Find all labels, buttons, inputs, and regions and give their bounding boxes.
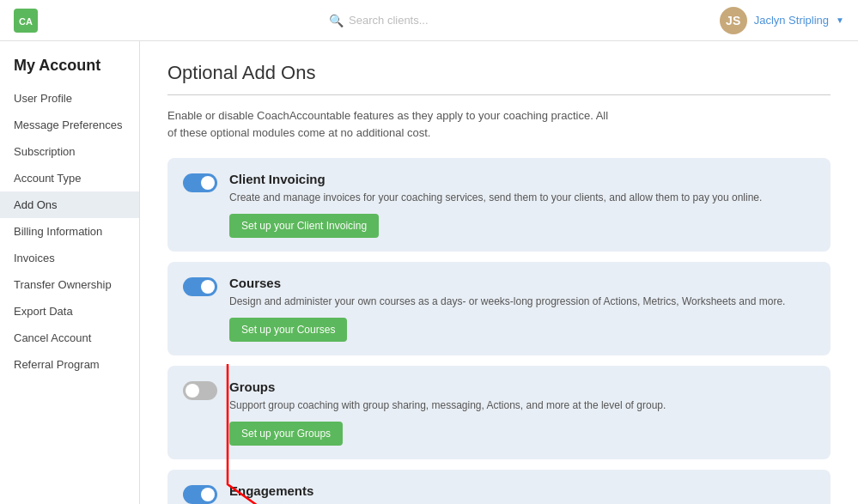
sidebar-item-add-ons[interactable]: Add Ons (0, 191, 139, 218)
sidebar-item-export-data[interactable]: Export Data (0, 298, 139, 325)
toggle-thumb (186, 384, 199, 398)
user-menu[interactable]: JS Jaclyn Stripling ▼ (720, 7, 844, 34)
addon-title-client-invoicing: Client Invoicing (229, 172, 815, 186)
layout: My Account User ProfileMessage Preferenc… (0, 41, 858, 504)
logo-icon: CA (14, 9, 38, 33)
main-content: Optional Add Ons Enable or disable Coach… (140, 41, 858, 504)
sidebar: My Account User ProfileMessage Preferenc… (0, 41, 140, 504)
sidebar-item-message-preferences[interactable]: Message Preferences (0, 112, 139, 138)
addon-body-client-invoicing: Client Invoicing Create and manage invoi… (229, 172, 815, 238)
addon-desc-client-invoicing: Create and manage invoices for your coac… (229, 190, 815, 205)
top-nav: CA 🔍 Search clients... JS Jaclyn Stripli… (0, 0, 858, 41)
sidebar-item-billing-information[interactable]: Billing Information (0, 218, 139, 245)
svg-text:CA: CA (19, 16, 33, 27)
search-icon: 🔍 (329, 14, 344, 27)
description-line2: of these optional modules come at no add… (167, 126, 430, 139)
toggle-thumb (201, 280, 215, 294)
addon-setup-btn-groups[interactable]: Set up your Groups (229, 422, 343, 446)
addon-card-courses: Courses Design and administer your own c… (167, 262, 831, 355)
toggle-track (183, 381, 217, 400)
toggle-engagements[interactable] (183, 485, 217, 504)
addon-desc-groups: Support group coaching with group sharin… (229, 398, 815, 413)
user-name: Jaclyn Stripling (754, 14, 829, 27)
toggle-thumb (201, 176, 215, 190)
avatar: JS (720, 7, 747, 34)
addon-desc-courses: Design and administer your own courses a… (229, 294, 815, 309)
addon-card-groups: Groups Support group coaching with group… (167, 366, 831, 459)
search-area[interactable]: 🔍 Search clients... (329, 14, 429, 27)
addon-setup-btn-client-invoicing[interactable]: Set up your Client Invoicing (229, 214, 379, 238)
addon-body-engagements: Engagements Track and manage coaching en… (229, 483, 815, 504)
toggle-courses[interactable] (183, 277, 217, 296)
addon-list: Client Invoicing Create and manage invoi… (167, 158, 831, 504)
page-description: Enable or disable CoachAccountable featu… (167, 107, 831, 141)
toggle-area-client-invoicing[interactable] (183, 172, 217, 192)
toggle-area-engagements[interactable] (183, 483, 217, 504)
sidebar-nav: User ProfileMessage PreferencesSubscript… (0, 85, 139, 378)
toggle-client-invoicing[interactable] (183, 173, 217, 192)
avatar-initials: JS (726, 14, 740, 27)
sidebar-item-account-type[interactable]: Account Type (0, 165, 139, 191)
addon-card-engagements: Engagements Track and manage coaching en… (167, 470, 831, 504)
sidebar-item-user-profile[interactable]: User Profile (0, 85, 139, 112)
page-title: Optional Add Ons (167, 62, 831, 84)
addon-setup-btn-courses[interactable]: Set up your Courses (229, 318, 347, 342)
logo: CA (14, 9, 38, 33)
description-line1: Enable or disable CoachAccountable featu… (167, 109, 608, 122)
chevron-down-icon: ▼ (836, 15, 844, 25)
sidebar-item-invoices[interactable]: Invoices (0, 245, 139, 271)
sidebar-item-subscription[interactable]: Subscription (0, 138, 139, 165)
addon-title-engagements: Engagements (229, 483, 815, 498)
toggle-track (183, 485, 217, 504)
addon-title-groups: Groups (229, 380, 815, 394)
toggle-track (183, 277, 217, 296)
toggle-area-groups[interactable] (183, 380, 217, 400)
toggle-area-courses[interactable] (183, 276, 217, 296)
page-divider (167, 94, 831, 95)
sidebar-item-transfer-ownership[interactable]: Transfer Ownership (0, 271, 139, 298)
toggle-thumb (201, 488, 215, 501)
sidebar-item-cancel-account[interactable]: Cancel Account (0, 325, 139, 351)
addon-body-courses: Courses Design and administer your own c… (229, 276, 815, 342)
toggle-groups[interactable] (183, 381, 217, 400)
search-placeholder: Search clients... (349, 14, 429, 27)
addon-title-courses: Courses (229, 276, 815, 290)
sidebar-title: My Account (0, 41, 139, 85)
sidebar-item-referral-program[interactable]: Referral Program (0, 351, 139, 378)
toggle-track (183, 173, 217, 192)
addon-body-groups: Groups Support group coaching with group… (229, 380, 815, 446)
addon-card-client-invoicing: Client Invoicing Create and manage invoi… (167, 158, 831, 252)
